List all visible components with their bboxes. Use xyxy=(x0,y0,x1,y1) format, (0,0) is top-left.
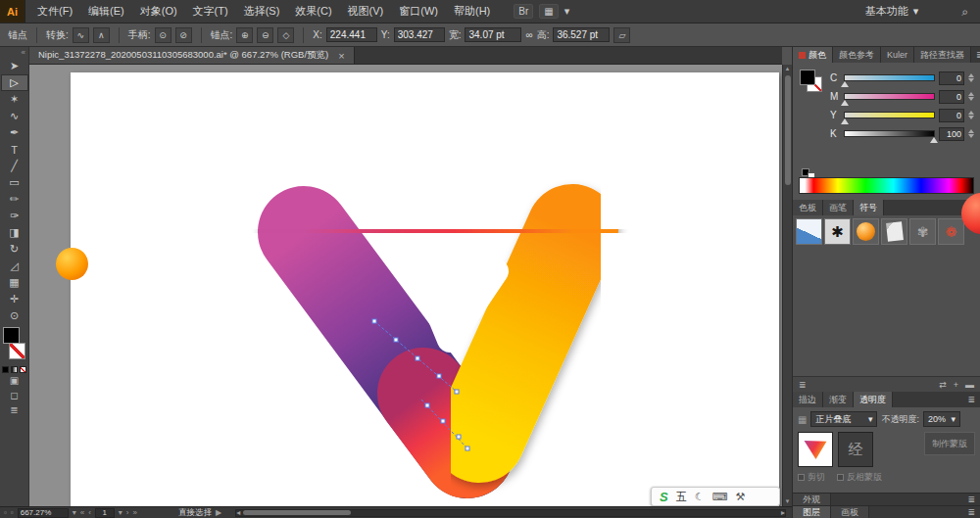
tool-zoom[interactable]: ⊙ xyxy=(1,307,28,324)
tab-layers[interactable]: 图层 xyxy=(793,506,831,518)
wrench-icon[interactable]: ⚒ xyxy=(735,491,745,503)
tab-color[interactable]: 颜色 xyxy=(793,47,833,63)
symbol-gear[interactable]: ✾ xyxy=(909,218,936,245)
keyboard-icon[interactable]: ⌨ xyxy=(712,491,728,503)
tool-pen[interactable]: ✒ xyxy=(1,124,28,141)
toolbar-menu-icon[interactable]: ≣ xyxy=(1,402,28,417)
artboard-number-input[interactable] xyxy=(95,508,115,518)
remove-anchor-button[interactable]: ⊖ xyxy=(257,27,273,43)
yellow-slider[interactable] xyxy=(844,112,935,118)
gradient-button[interactable] xyxy=(11,366,18,373)
tool-scale[interactable]: ◿ xyxy=(1,258,28,274)
statusbar-flyout-icon[interactable]: ▶ xyxy=(216,508,221,517)
tab-swatches[interactable]: 色板 xyxy=(793,200,823,215)
canvas[interactable] xyxy=(29,65,782,506)
symbol-ink-splat[interactable]: ✱ xyxy=(824,218,851,245)
tab-artboards[interactable]: 画板 xyxy=(831,506,869,518)
tab-brushes[interactable]: 画笔 xyxy=(823,200,854,215)
color-button[interactable] xyxy=(2,366,9,373)
spinner-icon[interactable] xyxy=(968,111,974,119)
menu-window[interactable]: 窗口(W) xyxy=(391,0,446,23)
tab-pathfinder[interactable]: 路径查找器 xyxy=(914,47,971,63)
pasteboard-orange-sphere[interactable] xyxy=(56,248,88,280)
zoom-select[interactable] xyxy=(18,508,69,518)
statusbar-icon[interactable]: ▫ xyxy=(4,508,7,517)
black-slider[interactable] xyxy=(844,130,935,137)
tool-pencil[interactable]: ✏ xyxy=(1,191,28,208)
tab-appearance[interactable]: 外观 xyxy=(793,494,831,505)
menu-view[interactable]: 视图(V) xyxy=(340,0,392,23)
tool-direct-selection[interactable]: ▷ xyxy=(1,74,28,91)
make-mask-button[interactable]: 制作蒙版 xyxy=(924,432,975,455)
chevron-down-icon[interactable]: ▾ xyxy=(73,508,76,517)
delete-symbol-icon[interactable]: ▬ xyxy=(965,380,974,390)
document-tab[interactable]: Nipic_31372278_20200503110305683000.ai* … xyxy=(29,47,355,64)
opacity-select[interactable]: 20% ▾ xyxy=(923,411,960,427)
logo-top-arm[interactable] xyxy=(304,230,572,232)
tab-kuler[interactable]: Kuler xyxy=(881,47,914,63)
black-value-input[interactable] xyxy=(939,127,964,141)
arrange-documents-icon[interactable]: ▦ xyxy=(539,4,558,19)
color-spectrum-bar[interactable] xyxy=(799,177,974,194)
scroll-right-icon[interactable]: ▸ xyxy=(781,508,785,517)
x-input[interactable] xyxy=(326,27,377,42)
none-button[interactable] xyxy=(20,366,26,373)
v-scroll-thumb[interactable] xyxy=(785,75,791,185)
screen-mode-button[interactable]: ◻ xyxy=(1,388,28,402)
new-symbol-icon[interactable]: + xyxy=(954,380,958,390)
invert-mask-checkbox[interactable]: 反相蒙版 xyxy=(837,471,882,484)
tool-rotate[interactable]: ↻ xyxy=(1,241,28,258)
tool-selection[interactable]: ➤ xyxy=(1,58,28,74)
tool-type[interactable]: T xyxy=(1,141,28,158)
close-icon[interactable]: × xyxy=(338,50,344,62)
sogou-logo[interactable]: S xyxy=(660,490,668,504)
show-handles-button[interactable]: ⊙ xyxy=(155,27,172,43)
hide-handles-button[interactable]: ⊘ xyxy=(175,27,192,43)
fill-color-swatch[interactable] xyxy=(800,70,815,85)
symbol-landscape[interactable] xyxy=(796,218,822,245)
add-anchor-button[interactable]: ⊕ xyxy=(236,27,253,43)
convert-smooth-button[interactable]: ∿ xyxy=(73,27,89,43)
tool-paintbrush[interactable]: ✑ xyxy=(1,208,28,224)
fill-color-swatch[interactable] xyxy=(3,327,20,344)
tool-eraser[interactable]: ◨ xyxy=(1,224,28,241)
spinner-icon[interactable] xyxy=(968,73,974,82)
tab-gradient[interactable]: 渐变 xyxy=(823,392,854,407)
input-mode-indicator[interactable]: 五 xyxy=(676,490,687,504)
menu-type[interactable]: 文字(T) xyxy=(185,0,236,23)
artboard-next-button[interactable]: › xyxy=(126,508,129,517)
cyan-value-input[interactable] xyxy=(939,71,964,85)
tool-mesh[interactable]: ▦ xyxy=(1,274,28,291)
menu-edit[interactable]: 编辑(E) xyxy=(80,0,132,23)
search-icon[interactable]: ⌕ xyxy=(961,5,968,19)
menu-effect[interactable]: 效果(C) xyxy=(287,0,339,23)
workspace-switcher[interactable]: 基本功能 ▾ xyxy=(865,4,919,19)
spinner-icon[interactable] xyxy=(968,92,974,101)
y-input[interactable] xyxy=(394,27,445,42)
horizontal-scrollbar[interactable]: ◂ ▸ xyxy=(235,509,786,517)
symbol-torn-paper[interactable] xyxy=(881,218,907,245)
tool-magic-wand[interactable]: ✶ xyxy=(1,91,28,108)
scroll-down-icon[interactable]: ▼ xyxy=(785,497,791,506)
h-scroll-thumb[interactable] xyxy=(243,510,351,515)
tab-stroke[interactable]: 描边 xyxy=(793,392,823,407)
artwork-thumbnail[interactable] xyxy=(798,432,833,467)
symbol-orange-sphere[interactable] xyxy=(853,218,879,245)
blend-mode-select[interactable]: 正片叠底 ▾ xyxy=(810,411,877,427)
chevron-down-icon[interactable]: ▾ xyxy=(119,508,122,517)
artboard-first-button[interactable]: « xyxy=(80,508,84,517)
moon-icon[interactable]: ☾ xyxy=(695,491,705,503)
magenta-value-input[interactable] xyxy=(939,90,964,104)
spinner-icon[interactable] xyxy=(968,129,974,138)
yellow-value-input[interactable] xyxy=(939,109,964,122)
menu-object[interactable]: 对象(O) xyxy=(132,0,185,23)
panel-menu-icon[interactable]: ≣ xyxy=(971,47,980,63)
tab-color-guide[interactable]: 颜色参考 xyxy=(833,47,881,63)
panel-menu-icon[interactable]: ≣ xyxy=(962,494,980,505)
menu-file[interactable]: 文件(F) xyxy=(29,0,80,23)
scroll-up-icon[interactable]: ▲ xyxy=(785,65,791,73)
transform-icon[interactable]: ▱ xyxy=(613,27,630,43)
magenta-slider[interactable] xyxy=(844,93,935,100)
tab-transparency[interactable]: 透明度 xyxy=(854,392,893,407)
cyan-slider[interactable] xyxy=(844,74,935,81)
